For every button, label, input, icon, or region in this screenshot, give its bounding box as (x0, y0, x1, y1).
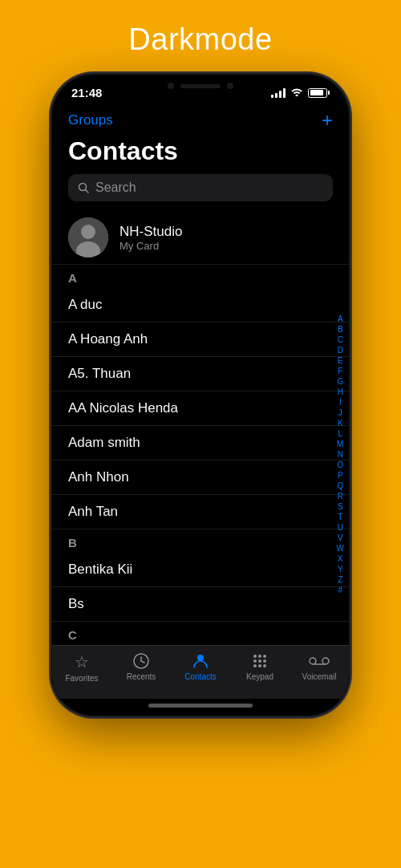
contact-item[interactable]: AA Nicolas Henda (52, 391, 349, 426)
alpha-N[interactable]: N (336, 450, 345, 460)
contacts-list: A A duc A Hoang Anh A5. Thuan AA Nicolas… (52, 265, 349, 645)
alpha-J[interactable]: J (337, 408, 344, 418)
tab-contacts[interactable]: Contacts (171, 652, 230, 683)
battery-icon (308, 88, 330, 98)
tab-favorites[interactable]: ☆ Favorites (52, 652, 111, 683)
search-icon (78, 182, 89, 193)
section-header-c: C (52, 622, 349, 645)
tab-bar: ☆ Favorites Recents Contacts (52, 645, 349, 699)
phone-frame: 21:48 Groups + (52, 75, 349, 716)
contact-item[interactable]: Anh Tan (52, 495, 349, 529)
keypad-label: Keypad (246, 672, 273, 681)
favorites-icon: ☆ (75, 652, 89, 671)
svg-point-6 (197, 655, 204, 661)
contacts-label: Contacts (184, 672, 216, 681)
nav-bar: Groups + (52, 104, 349, 133)
voicemail-icon (309, 652, 330, 670)
search-placeholder: Search (95, 180, 136, 195)
my-card-subtitle: My Card (119, 240, 182, 252)
alpha-X[interactable]: X (336, 554, 345, 564)
home-bar (148, 704, 253, 708)
alpha-A[interactable]: A (336, 314, 345, 324)
alpha-index[interactable]: A B C D E F G H I J K L M N O P Q (335, 265, 346, 645)
alpha-P[interactable]: P (336, 471, 345, 481)
alpha-R[interactable]: R (336, 492, 345, 501)
status-icons (271, 87, 330, 99)
alpha-M[interactable]: M (335, 440, 345, 449)
contact-item[interactable]: A5. Thuan (52, 357, 349, 391)
page-title: Darkmode (128, 22, 272, 57)
alpha-T[interactable]: T (336, 513, 344, 522)
add-contact-button[interactable]: + (322, 111, 333, 130)
alpha-D[interactable]: D (336, 346, 345, 355)
contact-item[interactable]: Anh Nhon (52, 460, 349, 495)
avatar (68, 217, 108, 258)
keypad-icon (251, 652, 269, 670)
contact-item[interactable]: Bentika Kii (52, 553, 349, 587)
notch (148, 75, 253, 97)
recents-icon (132, 652, 150, 670)
alpha-B[interactable]: B (336, 325, 345, 335)
recents-label: Recents (127, 672, 156, 681)
tab-recents[interactable]: Recents (111, 652, 171, 683)
signal-bars (271, 88, 286, 98)
home-indicator (52, 699, 349, 716)
tab-keypad[interactable]: Keypad (230, 652, 290, 683)
contact-item[interactable]: Adam smith (52, 426, 349, 460)
my-card-name: NH-Studio (119, 224, 182, 240)
alpha-G[interactable]: G (335, 377, 345, 387)
alpha-Q[interactable]: Q (335, 481, 345, 491)
section-header-a: A (52, 265, 349, 288)
contacts-icon (192, 652, 209, 670)
status-time: 21:48 (71, 86, 102, 99)
wifi-icon (290, 87, 303, 99)
groups-button[interactable]: Groups (68, 112, 113, 128)
alpha-W[interactable]: W (335, 544, 346, 554)
contact-item[interactable]: Bs (52, 587, 349, 622)
alpha-hash[interactable]: # (336, 586, 344, 595)
alpha-Y[interactable]: Y (336, 565, 345, 574)
app-content: Groups + Contacts Search (52, 104, 349, 645)
alpha-I[interactable]: I (338, 398, 343, 408)
alpha-S[interactable]: S (336, 502, 345, 512)
svg-point-8 (322, 658, 329, 664)
alpha-O[interactable]: O (335, 460, 345, 470)
notch-speaker (180, 84, 221, 88)
contacts-title: Contacts (52, 133, 349, 174)
voicemail-label: Voicemail (302, 672, 337, 681)
alpha-F[interactable]: F (336, 367, 344, 376)
my-card[interactable]: NH-Studio My Card (52, 211, 349, 265)
alpha-L[interactable]: L (336, 429, 344, 439)
contact-item[interactable]: A Hoang Anh (52, 322, 349, 357)
search-bar[interactable]: Search (68, 174, 333, 201)
phone-screen: 21:48 Groups + (52, 75, 349, 716)
alpha-H[interactable]: H (336, 387, 345, 397)
status-bar: 21:48 (52, 75, 349, 104)
alpha-E[interactable]: E (336, 356, 345, 366)
svg-point-3 (81, 225, 95, 239)
alpha-Z[interactable]: Z (336, 575, 344, 585)
svg-point-7 (310, 658, 316, 664)
alpha-K[interactable]: K (336, 419, 345, 428)
notch-dot-1 (168, 83, 174, 89)
my-card-info: NH-Studio My Card (119, 224, 182, 252)
favorites-label: Favorites (65, 674, 98, 683)
alpha-V[interactable]: V (336, 533, 345, 543)
contact-item[interactable]: A duc (52, 288, 349, 322)
notch-dot-2 (227, 83, 233, 89)
svg-line-1 (86, 190, 89, 193)
alpha-C[interactable]: C (336, 335, 345, 345)
alpha-U[interactable]: U (336, 523, 345, 533)
tab-voicemail[interactable]: Voicemail (290, 652, 349, 683)
section-header-b: B (52, 529, 349, 553)
